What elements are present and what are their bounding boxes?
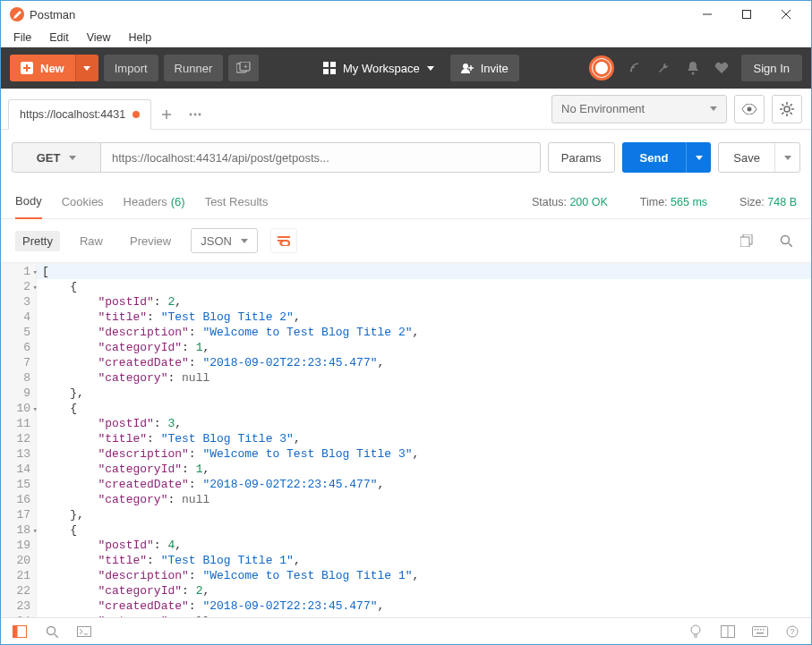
save-button[interactable]: Save [719,143,774,172]
code-line[interactable]: 2▾ { [1,279,811,294]
code-line[interactable]: 13 "description": "Welcome to Test Blog … [1,446,811,462]
keyboard-shortcuts-button[interactable] [750,622,770,641]
signin-button[interactable]: Sign In [741,55,802,81]
request-tab[interactable]: https://localhost:4431 [8,99,151,130]
menu-view[interactable]: View [80,30,118,46]
response-body[interactable]: 1▾[2▾ {3 "postId": 2,4 "title": "Test Bl… [1,263,811,617]
gutter-line-number: 13 [1,446,37,462]
code-line[interactable]: 17 }, [1,507,811,522]
code-line[interactable]: 21 "description": "Welcome to Test Blog … [1,568,811,583]
new-button[interactable]: New [10,55,75,81]
code-line[interactable]: 15 "createdDate": "2018-09-02T22:23:45.4… [1,477,811,492]
plus-icon [21,62,33,74]
heart-icon[interactable] [709,55,734,81]
code-line[interactable]: 10▾ { [1,401,811,416]
status-bar: ? [1,617,811,644]
invite-button[interactable]: Invite [450,55,519,81]
tab-overflow-button[interactable] [182,99,209,130]
svg-line-39 [55,634,58,638]
find-button[interactable] [42,622,62,641]
search-icon [780,234,792,247]
code-line[interactable]: 23 "createdDate": "2018-09-02T22:23:45.4… [1,598,811,614]
code-line[interactable]: 16 "category": null [1,492,811,507]
help-button[interactable]: ? [782,622,802,641]
environment-select[interactable]: No Environment [551,95,727,123]
save-dropdown-button[interactable] [774,143,799,172]
code-line[interactable]: 22 "categoryId": 2, [1,583,811,598]
tab-body[interactable]: Body [15,185,42,219]
menu-file[interactable]: File [6,30,38,46]
wrap-toggle[interactable] [270,228,297,253]
send-button[interactable]: Send [622,142,687,173]
add-tab-button[interactable] [153,99,180,130]
chevron-down-icon [784,156,791,160]
environment-quicklook-button[interactable] [734,95,765,123]
view-pretty[interactable]: Pretty [15,231,60,251]
wrench-icon[interactable] [652,55,677,81]
code-text: "categoryId": 2, [37,583,209,598]
code-line[interactable]: 9 }, [1,386,811,401]
workspace-switcher[interactable]: My Workspace [318,55,440,81]
code-line[interactable]: 5 "description": "Welcome to Test Blog T… [1,325,811,340]
svg-point-14 [629,70,631,72]
code-line[interactable]: 1▾[ [1,264,811,279]
request-row: GET https://localhost:44314/api/post/get… [1,130,811,185]
tab-headers[interactable]: Headers(6) [124,195,185,208]
view-raw[interactable]: Raw [73,231,110,251]
bell-icon[interactable] [680,55,705,81]
chevron-down-icon [710,106,717,111]
svg-point-15 [691,72,694,75]
menu-edit[interactable]: Edit [42,30,76,46]
code-line[interactable]: 7 "createdDate": "2018-09-02T22:23:45.47… [1,355,811,370]
sync-badge-icon[interactable] [589,55,614,81]
view-preview[interactable]: Preview [123,231,178,251]
meta-status: Status: 200 OK [532,196,608,208]
copy-button[interactable] [736,230,757,251]
bootcamp-button[interactable] [686,622,705,641]
params-button[interactable]: Params [548,142,615,173]
window-close-button[interactable] [766,2,806,27]
console-button[interactable] [74,622,94,641]
new-window-button[interactable]: + [228,55,259,81]
url-input[interactable]: https://localhost:44314/api/post/getpost… [101,142,541,173]
tab-test-results[interactable]: Test Results [205,195,269,208]
code-line[interactable]: 11 "postId": 3, [1,416,811,431]
send-dropdown-button[interactable] [686,142,711,173]
gutter-line-number: 23 [1,598,37,614]
code-text: "description": "Welcome to Test Blog Tit… [37,325,419,340]
window-maximize-button[interactable] [727,2,766,27]
code-text: { [37,401,77,416]
menu-help[interactable]: Help [122,30,159,46]
code-line[interactable]: 12 "title": "Test Blog Title 3", [1,431,811,446]
search-response-button[interactable] [775,230,797,251]
code-line[interactable]: 14 "categoryId": 1, [1,462,811,477]
code-line[interactable]: 19 "postId": 4, [1,538,811,553]
code-line[interactable]: 20 "title": "Test Blog Title 1", [1,553,811,568]
code-text: "category": null [37,492,209,507]
svg-text:+: + [244,63,248,71]
svg-line-30 [782,112,783,114]
satellite-icon[interactable] [623,55,648,81]
import-button[interactable]: Import [104,55,158,81]
code-text: "title": "Test Blog Title 3", [37,431,301,446]
sidebar-toggle-button[interactable] [10,622,30,641]
code-line[interactable]: 3 "postId": 2, [1,294,811,310]
runner-button[interactable]: Runner [164,55,224,81]
new-dropdown-button[interactable] [75,55,98,81]
language-select[interactable]: JSON [191,228,258,253]
gutter-line-number: 1▾ [1,264,37,279]
postman-logo-icon [10,7,24,21]
window-minimize-button[interactable] [688,2,727,27]
code-line[interactable]: 4 "title": "Test Blog Title 2", [1,310,811,325]
window-title: Postman [30,8,75,21]
code-line[interactable]: 18▾ { [1,522,811,538]
eye-icon [741,104,757,115]
gutter-line-number: 15 [1,477,37,492]
svg-rect-33 [740,237,749,247]
tab-cookies[interactable]: Cookies [62,195,104,208]
method-select[interactable]: GET [12,142,101,173]
code-line[interactable]: 8 "category": null [1,370,811,386]
twopane-button[interactable] [718,622,738,641]
environment-settings-button[interactable] [772,95,802,123]
code-line[interactable]: 6 "categoryId": 1, [1,340,811,355]
